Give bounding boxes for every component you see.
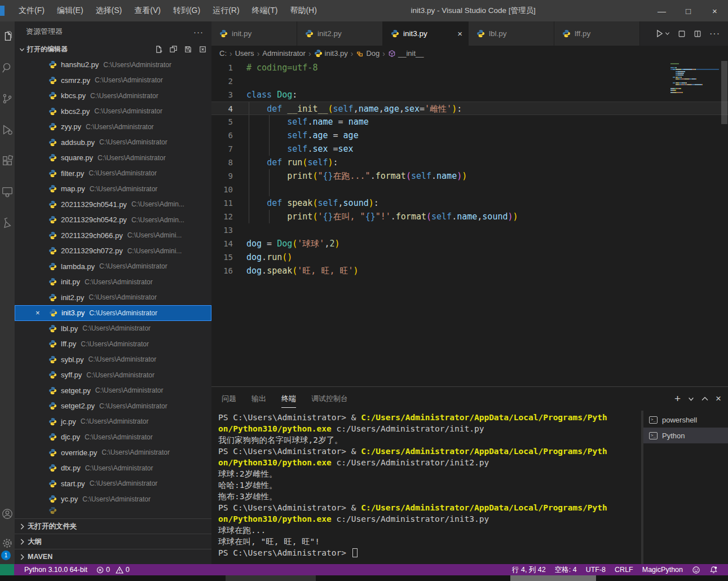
tab-init3.py[interactable]: init3.py× [383, 21, 469, 46]
tab-init.py[interactable]: init.py [211, 21, 297, 46]
new-terminal-icon[interactable]: + [674, 393, 681, 405]
notifications-bell-icon[interactable] [705, 566, 722, 574]
file-item[interactable]: yc.pyC:\Users\Administrator [15, 491, 211, 507]
remote-indicator[interactable] [0, 564, 14, 575]
code-editor[interactable]: 1# coding=utf-823class Dog:4 def __init_… [211, 61, 728, 386]
close-panel-icon[interactable]: × [716, 393, 721, 404]
file-item[interactable]: start.pyC:\Users\Administrator [15, 476, 211, 492]
source-control-icon[interactable] [0, 90, 15, 107]
search-icon[interactable] [0, 59, 15, 76]
breadcrumb-item[interactable]: Administrator [262, 49, 306, 58]
run-and-debug-icon[interactable] [0, 121, 15, 138]
file-item[interactable]: init.pyC:\Users\Administrator [15, 274, 211, 290]
file-item[interactable]: 20211329ch072.pyC:\Users\Admini... [15, 243, 211, 259]
editor-scrollbar[interactable] [721, 61, 728, 386]
tab-init2.py[interactable]: init2.py [297, 21, 383, 46]
more-actions-icon[interactable]: ··· [193, 27, 204, 37]
maximize-panel-icon[interactable] [701, 396, 708, 402]
file-item[interactable] [15, 507, 211, 514]
split-editor-icon[interactable] [694, 30, 701, 38]
breadcrumb-item[interactable]: init3.py [314, 49, 348, 58]
remote-explorer-icon[interactable] [0, 183, 15, 200]
tab-lbl.py[interactable]: lbl.py [469, 21, 554, 46]
panel-tab-输出[interactable]: 输出 [252, 390, 266, 408]
file-item[interactable]: map.pyC:\Users\Administrator [15, 181, 211, 197]
run-python-file-button[interactable] [655, 29, 670, 38]
testing-icon[interactable] [0, 214, 15, 231]
encoding-status[interactable]: UTF-8 [581, 565, 610, 575]
maximize-button[interactable]: □ [675, 0, 701, 21]
file-item[interactable]: lff.pyC:\Users\Administrator [15, 336, 211, 352]
terminal-scrollbar[interactable] [641, 411, 643, 564]
file-item[interactable]: zyy.pyC:\Users\Administrator [15, 119, 211, 135]
minimize-button[interactable]: — [648, 0, 675, 21]
layout-icon[interactable] [678, 30, 686, 38]
menu-item-1[interactable]: 编辑(E) [51, 0, 90, 21]
extensions-icon[interactable] [0, 152, 15, 169]
file-item[interactable]: override.pyC:\Users\Administrator [15, 445, 211, 461]
section-header-0[interactable]: 无打开的文件夹 [15, 518, 211, 534]
file-item[interactable]: syff.pyC:\Users\Administrator [15, 367, 211, 383]
terminal-output[interactable]: PS C:\Users\Administrator> & C:/Users/Ad… [211, 411, 641, 564]
file-item[interactable]: hanshu2.pyC:\Users\Administrator [15, 57, 211, 73]
panel-tab-问题[interactable]: 问题 [222, 390, 236, 408]
open-editors-header[interactable]: 打开的编辑器 [15, 42, 211, 57]
indentation-status[interactable]: 空格: 4 [550, 565, 581, 575]
file-item[interactable]: square.pyC:\Users\Administrator [15, 150, 211, 166]
save-all-icon[interactable] [184, 45, 192, 54]
section-header-1[interactable]: 大纲 [15, 534, 211, 549]
menu-item-3[interactable]: 查看(V) [128, 0, 167, 21]
menu-item-2[interactable]: 选择(S) [90, 0, 129, 21]
settings-gear-icon[interactable] [0, 535, 15, 552]
menu-item-4[interactable]: 转到(G) [167, 0, 206, 21]
file-item[interactable]: init2.pyC:\Users\Administrator [15, 290, 211, 306]
panel-tab-终端[interactable]: 终端 [281, 390, 296, 408]
file-item[interactable]: ×init3.pyC:\Users\Administrator [15, 305, 211, 321]
file-item[interactable]: lambda.pyC:\Users\Administrator [15, 259, 211, 275]
menu-item-5[interactable]: 运行(R) [206, 0, 245, 21]
file-item[interactable]: kbcs.pyC:\Users\Administrator [15, 88, 211, 104]
breadcrumb-item[interactable]: Users [235, 49, 254, 58]
file-item[interactable]: csmrz.pyC:\Users\Administrator [15, 73, 211, 89]
breadcrumb-item[interactable]: C: [219, 49, 227, 58]
terminal-instance-powershell[interactable]: >_powershell [643, 412, 728, 428]
python-interpreter-status[interactable]: Python 3.10.0 64-bit [20, 566, 92, 574]
menu-item-6[interactable]: 终端(T) [246, 0, 284, 21]
file-item[interactable]: lbl.pyC:\Users\Administrator [15, 321, 211, 337]
eol-sequence-status[interactable]: CRLF [610, 565, 638, 575]
cursor-position-status[interactable]: 行 4, 列 42 [508, 565, 550, 575]
toggle-editor-layout-icon[interactable] [169, 45, 178, 54]
file-item[interactable]: djc.pyC:\Users\Administrator [15, 429, 211, 445]
close-icon[interactable]: × [36, 309, 49, 317]
close-all-editors-icon[interactable] [198, 45, 207, 54]
file-item[interactable]: 20211329ch0541.pyC:\Users\Admin... [15, 197, 211, 213]
breadcrumb-item[interactable]: __init__ [388, 49, 424, 58]
tab-lff.py[interactable]: lff.py [554, 21, 640, 46]
close-icon[interactable]: × [457, 29, 462, 38]
new-untitled-file-icon[interactable] [155, 45, 163, 54]
account-icon[interactable] [0, 505, 15, 522]
file-item[interactable]: kbcs2.pyC:\Users\Administrator [15, 104, 211, 120]
terminal-dropdown-icon[interactable] [688, 396, 694, 402]
file-item[interactable]: dtx.pyC:\Users\Administrator [15, 460, 211, 476]
section-header-2[interactable]: MAVEN [15, 549, 211, 564]
file-item[interactable]: sybl.pyC:\Users\Administrator [15, 352, 211, 368]
problems-status[interactable]: 0 0 [92, 566, 134, 574]
minimap[interactable] [670, 63, 719, 94]
file-item[interactable]: 20211329ch066.pyC:\Users\Admini... [15, 228, 211, 244]
language-mode-status[interactable]: MagicPython [638, 565, 687, 575]
close-button[interactable]: × [701, 0, 728, 21]
breadcrumb-item[interactable]: Dog [356, 49, 380, 58]
feedback-icon[interactable] [687, 566, 705, 574]
file-item[interactable]: addsub.pyC:\Users\Administrator [15, 135, 211, 151]
menu-item-7[interactable]: 帮助(H) [284, 0, 323, 21]
more-actions-icon[interactable]: ··· [709, 29, 720, 39]
file-item[interactable]: setget.pyC:\Users\Administrator [15, 383, 211, 399]
file-item[interactable]: filter.pyC:\Users\Administrator [15, 166, 211, 182]
file-item[interactable]: setget2.pyC:\Users\Administrator [15, 398, 211, 414]
file-item[interactable]: jc.pyC:\Users\Administrator [15, 414, 211, 430]
file-item[interactable]: 20211329ch0542.pyC:\Users\Admin... [15, 212, 211, 228]
panel-tab-调试控制台[interactable]: 调试控制台 [311, 390, 348, 408]
menu-item-0[interactable]: 文件(F) [12, 0, 51, 21]
explorer-icon[interactable] [0, 28, 15, 45]
